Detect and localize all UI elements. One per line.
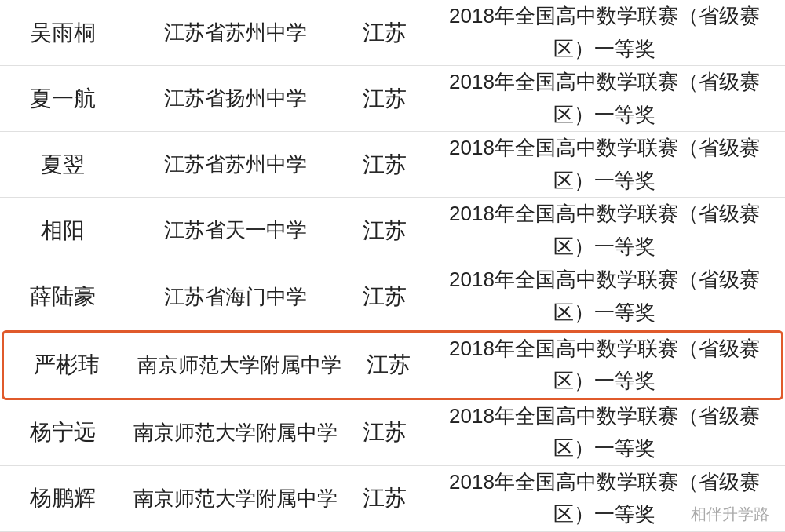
cell-school: 南京师范大学附属中学 bbox=[126, 466, 345, 531]
cell-province: 江苏 bbox=[345, 0, 424, 65]
cell-province: 江苏 bbox=[345, 66, 424, 131]
cell-school: 江苏省海门中学 bbox=[126, 264, 345, 330]
cell-award: 2018年全国高中数学联赛（省级赛区）一等奖 bbox=[424, 264, 785, 330]
cell-award: 2018年全国高中数学联赛（省级赛区）一等奖 bbox=[424, 400, 785, 465]
cell-province: 江苏 bbox=[345, 466, 424, 531]
table-row: 相阳江苏省天一中学江苏2018年全国高中数学联赛（省级赛区）一等奖 bbox=[0, 198, 785, 264]
cell-school: 南京师范大学附属中学 bbox=[130, 333, 349, 398]
award-table: 吴雨桐江苏省苏州中学江苏2018年全国高中数学联赛（省级赛区）一等奖夏一航江苏省… bbox=[0, 0, 785, 532]
table-row: 夏翌江苏省苏州中学江苏2018年全国高中数学联赛（省级赛区）一等奖 bbox=[0, 132, 785, 198]
cell-award: 2018年全国高中数学联赛（省级赛区）一等奖 bbox=[424, 0, 785, 65]
cell-name: 薛陆豪 bbox=[0, 264, 126, 330]
cell-name: 夏翌 bbox=[0, 132, 126, 197]
cell-name: 夏一航 bbox=[0, 66, 126, 131]
table-row: 严彬玮南京师范大学附属中学江苏2018年全国高中数学联赛（省级赛区）一等奖 bbox=[2, 330, 783, 400]
cell-school: 江苏省扬州中学 bbox=[126, 66, 345, 131]
cell-province: 江苏 bbox=[349, 333, 428, 398]
cell-school: 江苏省苏州中学 bbox=[126, 0, 345, 65]
cell-school: 江苏省苏州中学 bbox=[126, 132, 345, 197]
table-row: 杨鹏辉南京师范大学附属中学江苏2018年全国高中数学联赛（省级赛区）一等奖相伴升… bbox=[0, 466, 785, 532]
cell-school: 南京师范大学附属中学 bbox=[126, 400, 345, 465]
table-row: 薛陆豪江苏省海门中学江苏2018年全国高中数学联赛（省级赛区）一等奖 bbox=[0, 264, 785, 330]
cell-name: 杨鹏辉 bbox=[0, 466, 126, 531]
cell-name: 杨宁远 bbox=[0, 400, 126, 465]
cell-province: 江苏 bbox=[345, 264, 424, 330]
cell-province: 江苏 bbox=[345, 400, 424, 465]
cell-province: 江苏 bbox=[345, 132, 424, 197]
cell-school: 江苏省天一中学 bbox=[126, 198, 345, 263]
cell-name: 相阳 bbox=[0, 198, 126, 263]
table-row: 夏一航江苏省扬州中学江苏2018年全国高中数学联赛（省级赛区）一等奖 bbox=[0, 66, 785, 132]
watermark: 相伴升学路 bbox=[691, 504, 769, 525]
cell-award: 2018年全国高中数学联赛（省级赛区）一等奖 bbox=[424, 198, 785, 263]
cell-name: 吴雨桐 bbox=[0, 0, 126, 65]
cell-province: 江苏 bbox=[345, 198, 424, 263]
table-row: 杨宁远南京师范大学附属中学江苏2018年全国高中数学联赛（省级赛区）一等奖 bbox=[0, 400, 785, 466]
table-row: 吴雨桐江苏省苏州中学江苏2018年全国高中数学联赛（省级赛区）一等奖 bbox=[0, 0, 785, 66]
cell-award: 2018年全国高中数学联赛（省级赛区）一等奖 bbox=[424, 132, 785, 197]
cell-award: 2018年全国高中数学联赛（省级赛区）一等奖 bbox=[428, 333, 781, 398]
cell-name: 严彬玮 bbox=[4, 333, 130, 398]
cell-award: 2018年全国高中数学联赛（省级赛区）一等奖 bbox=[424, 66, 785, 131]
